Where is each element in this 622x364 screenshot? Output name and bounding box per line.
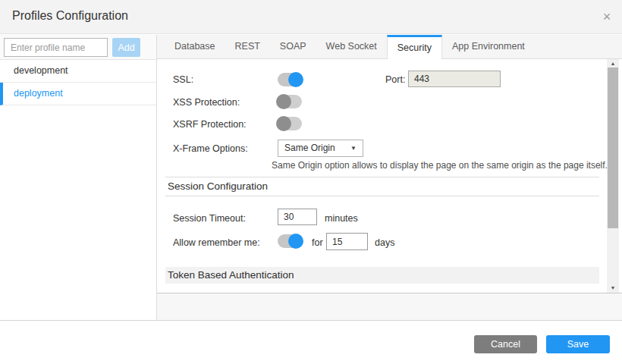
- xsrf-toggle-knob: [276, 116, 291, 131]
- xss-protection-toggle[interactable]: [278, 95, 302, 108]
- profiles-configuration-dialog: Profiles Configuration × Add development…: [0, 0, 622, 364]
- profile-name-input[interactable]: [4, 38, 108, 57]
- tab-web-socket[interactable]: Web Socket: [316, 35, 387, 58]
- session-timeout-unit: minutes: [325, 213, 358, 224]
- ssl-label: SSL:: [173, 74, 193, 85]
- save-button[interactable]: Save: [546, 335, 610, 353]
- settings-tabbar: Database REST SOAP Web Socket Security A…: [157, 35, 622, 59]
- xsrf-protection-toggle[interactable]: [278, 117, 302, 130]
- xsrf-protection-label: XSRF Protection:: [173, 119, 247, 130]
- port-input: [408, 71, 501, 87]
- tab-database[interactable]: Database: [165, 35, 225, 58]
- remember-for-text: for: [312, 237, 323, 248]
- ssl-toggle[interactable]: [278, 73, 302, 86]
- allow-remember-me-label: Allow remember me:: [173, 237, 260, 248]
- tab-soap[interactable]: SOAP: [270, 35, 316, 58]
- tab-security[interactable]: Security: [387, 35, 442, 59]
- token-authentication-header: Token Based Authentication: [165, 267, 599, 284]
- tab-rest[interactable]: REST: [225, 35, 270, 58]
- dialog-titlebar: Profiles Configuration ×: [0, 0, 622, 34]
- add-profile-button[interactable]: Add: [112, 38, 140, 57]
- session-timeout-input[interactable]: [278, 209, 317, 225]
- xss-toggle-knob: [276, 94, 291, 109]
- cancel-button[interactable]: Cancel: [474, 335, 537, 353]
- close-icon[interactable]: ×: [598, 8, 616, 26]
- dialog-title: Profiles Configuration: [12, 9, 128, 23]
- port-label: Port:: [385, 74, 405, 85]
- ssl-toggle-knob: [288, 72, 303, 87]
- xframe-options-label: X-Frame Options:: [173, 143, 248, 154]
- chevron-down-icon: ▼: [350, 140, 357, 156]
- scroll-down-icon[interactable]: ▼: [607, 284, 619, 293]
- xframe-selected-value: Same Origin: [284, 143, 335, 153]
- scrollbar-thumb[interactable]: [608, 67, 618, 228]
- vertical-scrollbar[interactable]: ▲ ▼: [607, 59, 619, 294]
- remember-me-toggle[interactable]: [278, 234, 302, 248]
- session-timeout-label: Session Timeout:: [173, 213, 246, 224]
- security-tab-panel: SSL: Port: XSS Protection: XSRF Protecti…: [157, 59, 622, 293]
- profile-item-development[interactable]: development: [0, 60, 156, 83]
- xframe-options-select[interactable]: ▼ Same Origin: [278, 140, 363, 157]
- profiles-sidebar: Add development deployment: [0, 35, 157, 320]
- panel-footer-strip: [157, 293, 622, 320]
- dialog-footer: Cancel Save: [0, 321, 622, 364]
- remember-days-unit: days: [375, 237, 394, 248]
- xss-protection-label: XSS Protection:: [173, 97, 240, 108]
- remember-toggle-knob: [288, 234, 303, 249]
- tab-app-environment[interactable]: App Environment: [442, 35, 535, 58]
- profile-item-deployment[interactable]: deployment: [0, 83, 156, 105]
- xframe-help-text: Same Origin option allows to display the…: [272, 160, 608, 171]
- session-configuration-header: Session Configuration: [165, 177, 599, 196]
- profile-add-row: Add: [0, 35, 156, 60]
- remember-days-input[interactable]: [326, 233, 368, 250]
